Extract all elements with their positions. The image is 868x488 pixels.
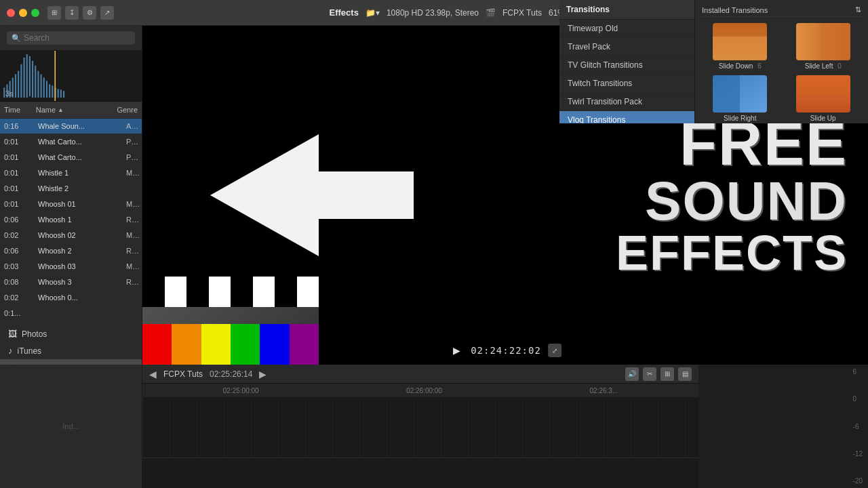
file-time: 0:08 (0, 277, 34, 287)
sort-icon[interactable]: ⇅ (855, 5, 861, 14)
installed-label: Installed Transitions (702, 6, 768, 14)
play-button[interactable]: ▶ (449, 343, 464, 358)
sidebar-item-label: Photos (22, 329, 47, 339)
db-minus6: -6 (853, 423, 863, 430)
waveform-preview: 3s (0, 51, 142, 102)
file-genre: Animal (122, 121, 142, 131)
transition-travel[interactable]: Travel Pack (559, 38, 694, 56)
clip-icon[interactable]: ↧ (65, 6, 79, 20)
file-row[interactable]: 0:08 Whoosh 3 RN So... (0, 274, 142, 290)
file-genre (122, 183, 142, 194)
share-icon[interactable]: ↗ (100, 6, 114, 20)
ruler-mark-2: 02:26:00:00 (406, 387, 442, 394)
settings-icon[interactable]: ⚙ (83, 6, 96, 20)
clip-tools-icon[interactable]: ✂ (643, 367, 656, 381)
ruler-mark-1: 02:25:00:00 (223, 387, 259, 394)
file-time: 0:1... (0, 308, 34, 319)
resolution-label: 1080p HD 23.98p, Stereo (387, 8, 479, 18)
svg-rect-14 (41, 75, 42, 98)
file-row[interactable]: 0:06 Whoosh 1 RN Sou... (0, 212, 142, 228)
fullscreen-button[interactable] (31, 9, 39, 17)
svg-marker-24 (210, 134, 414, 256)
grid-item-slide-left[interactable]: Slide Left 0 (785, 23, 863, 70)
file-time: 0:16 (0, 121, 34, 131)
playback-controls: ▶ 02:24:22:02 ⤢ (449, 343, 561, 358)
file-row[interactable]: 0:1... (0, 306, 142, 321)
traffic-lights (7, 9, 39, 17)
preview-text-effects: EFFECTS (616, 228, 848, 277)
clap-stripes (142, 277, 319, 307)
slide-down-thumb (713, 23, 767, 60)
grid-item-slide-right[interactable]: Slide Right (701, 75, 779, 122)
file-list: 0:16 Whale Soun... Animal 0:01 What Cart… (0, 119, 142, 321)
close-button[interactable] (7, 9, 15, 17)
slide-left-count: 0 (837, 62, 842, 70)
search-input-wrap[interactable]: 🔍 (7, 31, 135, 45)
lower-left-track: Ind... (0, 365, 142, 488)
audio-icon[interactable]: 🔊 (625, 367, 639, 381)
fullscreen-icon[interactable]: ⤢ (548, 344, 561, 357)
lower-right: 6 0 -6 -12 -20 (698, 365, 868, 488)
file-row[interactable]: 0:03 Whoosh 03 Motion (0, 259, 142, 274)
file-genre: RN So... (122, 277, 142, 287)
slide-up-label: Slide Up (810, 115, 836, 122)
sidebar-item-itunes[interactable]: ♪ iTunes (0, 342, 142, 359)
file-row[interactable]: 0:01 Whistle 1 Misc (0, 165, 142, 181)
file-row[interactable]: 0:01 What Carto... People (0, 150, 142, 165)
db-minus20: -20 (853, 477, 863, 485)
view-timeline-icon[interactable]: ▤ (678, 367, 692, 381)
transition-tv-glitch[interactable]: TV Glitch Transitions (559, 56, 694, 75)
media-icon[interactable]: ⊞ (47, 6, 61, 20)
svg-rect-11 (32, 61, 33, 98)
file-time: 0:01 (0, 152, 34, 163)
svg-rect-32 (796, 75, 850, 96)
timeline-back-button[interactable]: ◀ (149, 369, 157, 380)
minimize-button[interactable] (19, 9, 27, 17)
file-row[interactable]: 0:06 Whoosh 2 RN So... (0, 243, 142, 259)
lower-section: Ind... ◀ FCPX Tuts 02:25:26:14 ▶ 🔊 ✂ ⊞ ▤… (0, 365, 868, 488)
file-name: What Carto... (34, 136, 122, 147)
col-genre-header[interactable]: Genre (113, 104, 142, 115)
timeline-forward-button[interactable]: ▶ (259, 369, 267, 380)
file-genre: Motion (122, 230, 142, 241)
file-time: 0:02 (0, 230, 34, 241)
file-row[interactable]: 0:01 What Carto... People (0, 134, 142, 150)
file-name: Whoosh 0... (34, 292, 122, 303)
slide-down-label: Slide Down 6 (719, 62, 762, 70)
file-row[interactable]: 0:02 Whoosh 02 Motion (0, 228, 142, 243)
svg-rect-21 (60, 89, 62, 98)
svg-rect-12 (35, 66, 36, 98)
col-time-header[interactable]: Time (0, 104, 32, 115)
transition-twirl[interactable]: Twirl Transition Pack (559, 93, 694, 111)
file-name: Whoosh 02 (34, 230, 122, 241)
slide-left-thumb (796, 23, 850, 60)
grid-item-slide-up[interactable]: Slide Up (785, 75, 863, 122)
col-name-header[interactable]: Name ▲ (32, 104, 113, 115)
timeline-header: ◀ FCPX Tuts 02:25:26:14 ▶ 🔊 ✂ ⊞ ▤ (142, 365, 698, 384)
file-time: 0:01 (0, 199, 34, 209)
file-row[interactable]: 0:02 Whoosh 0... (0, 290, 142, 306)
svg-rect-5 (15, 75, 16, 98)
svg-rect-20 (58, 89, 59, 98)
file-name: Whoosh 01 (34, 199, 122, 209)
file-time: 0:03 (0, 261, 34, 272)
arrow-overlay (210, 134, 414, 256)
zoom-icon[interactable]: ⊞ (660, 367, 674, 381)
transition-vlog[interactable]: Vlog Transitions (559, 111, 694, 123)
sidebar-item-photos[interactable]: 🖼 Photos (0, 325, 142, 342)
file-row[interactable]: 0:16 Whale Soun... Animal (0, 119, 142, 134)
file-time: 0:01 (0, 183, 34, 194)
grid-item-slide-down[interactable]: Slide Down 6 (701, 23, 779, 70)
transition-twitch[interactable]: Twitch Transitions (559, 75, 694, 93)
transitions-panel: Transitions Timewarp Old Travel Pack TV … (559, 0, 868, 123)
search-input[interactable] (24, 33, 130, 43)
file-row[interactable]: 0:01 Whoosh 01 Mo... (0, 197, 142, 212)
preview-text-sound: SOUND (645, 174, 848, 228)
file-time: 0:06 (0, 245, 34, 256)
file-row[interactable]: 0:01 Whistle 2 (0, 181, 142, 197)
db-labels: 6 0 -6 -12 -20 (853, 365, 863, 488)
db-6: 6 (853, 368, 863, 375)
transition-timewarp[interactable]: Timewarp Old (559, 20, 694, 38)
svg-rect-6 (18, 71, 19, 98)
file-genre: RN Sou... (122, 214, 142, 225)
